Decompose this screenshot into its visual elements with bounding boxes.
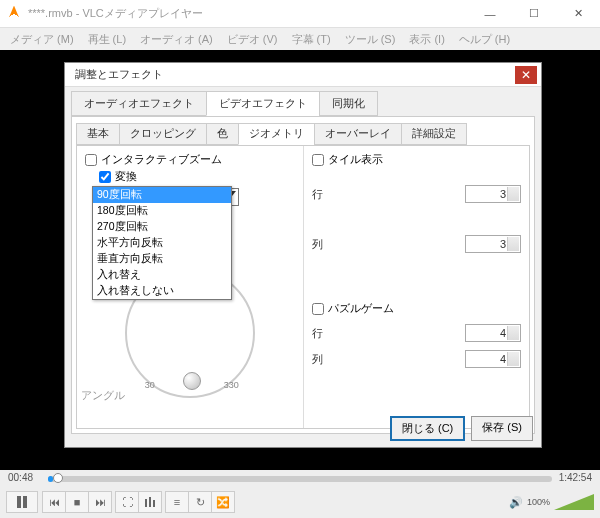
subtab-advanced[interactable]: 詳細設定 [401, 123, 467, 145]
svg-rect-0 [17, 496, 21, 508]
menu-media[interactable]: メディア (M) [4, 30, 80, 49]
dropdown-option-180[interactable]: 180度回転 [93, 203, 231, 219]
prev-button[interactable]: ⏮ [42, 491, 66, 513]
speaker-icon[interactable]: 🔊 [509, 496, 523, 509]
interactive-zoom-label: インタラクティブズーム [101, 152, 222, 167]
dialog-titlebar: 調整とエフェクト ✕ [65, 63, 541, 87]
seek-track[interactable] [48, 476, 552, 482]
dialog-title: 調整とエフェクト [75, 67, 515, 82]
menu-video[interactable]: ビデオ (V) [221, 30, 284, 49]
dialog-save-btn[interactable]: 保存 (S) [471, 416, 533, 441]
seek-bar-row: 00:48 1:42:54 [0, 470, 600, 486]
menu-tools[interactable]: ツール (S) [339, 30, 402, 49]
tab-audio-effects[interactable]: オーディオエフェクト [71, 91, 207, 116]
window-minimize-button[interactable]: — [468, 0, 512, 28]
volume-percent: 100% [527, 497, 550, 507]
dialog-close-btn[interactable]: 閉じる (C) [390, 416, 465, 441]
menu-view[interactable]: 表示 (I) [403, 30, 450, 49]
puzzle-cols-spinner[interactable]: 4 [465, 350, 521, 368]
subtab-basic[interactable]: 基本 [76, 123, 120, 145]
svg-rect-3 [149, 497, 151, 507]
subtab-crop[interactable]: クロッピング [119, 123, 207, 145]
volume-slider[interactable] [554, 494, 594, 510]
next-button[interactable]: ⏭ [88, 491, 112, 513]
menu-subtitle[interactable]: 字幕 (T) [286, 30, 337, 49]
tab-synchronization[interactable]: 同期化 [319, 91, 378, 116]
ext-settings-button[interactable] [138, 491, 162, 513]
dialog-tabs: オーディオエフェクト ビデオエフェクト 同期化 [65, 87, 541, 116]
window-close-button[interactable]: ✕ [556, 0, 600, 28]
dropdown-option-270[interactable]: 270度回転 [93, 219, 231, 235]
seek-thumb[interactable] [53, 473, 63, 483]
menu-playback[interactable]: 再生 (L) [82, 30, 133, 49]
puzzle-rows-label: 行 [312, 326, 340, 341]
interactive-zoom-checkbox[interactable]: インタラクティブズーム [85, 152, 295, 167]
control-button-row: ⏮ ■ ⏭ ⛶ ≡ ↻ 🔀 🔊 100% [0, 486, 600, 518]
equalizer-icon [144, 497, 156, 507]
dial-knob[interactable] [183, 372, 201, 390]
tile-rows-spinner[interactable]: 3 [465, 185, 521, 203]
time-elapsed: 00:48 [8, 472, 33, 483]
svg-rect-4 [153, 500, 155, 507]
transform-label: 変換 [115, 169, 137, 184]
shuffle-button[interactable]: 🔀 [211, 491, 235, 513]
transform-input[interactable] [99, 171, 111, 183]
main-menu-bar: メディア (M) 再生 (L) オーディオ (A) ビデオ (V) 字幕 (T)… [0, 28, 600, 50]
player-controls: 00:48 1:42:54 ⏮ ■ ⏭ ⛶ ≡ ↻ 🔀 🔊 100% [0, 470, 600, 518]
puzzle-checkbox[interactable]: パズルゲーム [312, 301, 522, 316]
puzzle-cols-label: 列 [312, 352, 340, 367]
svg-rect-2 [145, 499, 147, 507]
subtab-overlay[interactable]: オーバーレイ [314, 123, 402, 145]
angle-label: アングル [81, 389, 125, 403]
dialog-button-row: 閉じる (C) 保存 (S) [390, 416, 533, 441]
transform-checkbox[interactable]: 変換 [99, 169, 295, 184]
tile-cols-spinner[interactable]: 3 [465, 235, 521, 253]
dropdown-option-90[interactable]: 90度回転 [93, 187, 231, 203]
playlist-button[interactable]: ≡ [165, 491, 189, 513]
subtab-color[interactable]: 色 [206, 123, 239, 145]
transform-dropdown-list: 90度回転 180度回転 270度回転 水平方向反転 垂直方向反転 入れ替え 入… [92, 186, 232, 300]
dropdown-option-noswap[interactable]: 入れ替えしない [93, 283, 231, 299]
puzzle-rows-spinner[interactable]: 4 [465, 324, 521, 342]
dropdown-option-swap[interactable]: 入れ替え [93, 267, 231, 283]
pause-button[interactable] [6, 491, 38, 513]
interactive-zoom-input[interactable] [85, 154, 97, 166]
puzzle-label: パズルゲーム [328, 301, 394, 316]
tab-video-effects[interactable]: ビデオエフェクト [206, 91, 320, 116]
stop-button[interactable]: ■ [65, 491, 89, 513]
subtab-geometry[interactable]: ジオメトリ [238, 123, 315, 145]
pause-icon [16, 496, 28, 508]
geometry-right-column: タイル表示 行 3 列 3 パズルゲーム 行 [303, 146, 530, 428]
menu-audio[interactable]: オーディオ (A) [134, 30, 219, 49]
fullscreen-button[interactable]: ⛶ [115, 491, 139, 513]
window-maximize-button[interactable]: ☐ [512, 0, 556, 28]
dropdown-option-hflip[interactable]: 水平方向反転 [93, 235, 231, 251]
dialog-close-button[interactable]: ✕ [515, 66, 537, 84]
window-titlebar: ****.rmvb - VLCメディアプレイヤー — ☐ ✕ [0, 0, 600, 28]
tile-cols-row: 列 3 [312, 235, 522, 253]
window-title: ****.rmvb - VLCメディアプレイヤー [28, 6, 468, 21]
tile-rows-row: 行 3 [312, 185, 522, 203]
time-total: 1:42:54 [559, 472, 592, 483]
tile-input[interactable] [312, 154, 324, 166]
menu-help[interactable]: ヘルプ (H) [453, 30, 516, 49]
dial-tick-30: 30 [145, 380, 155, 390]
vlc-cone-icon [6, 6, 22, 22]
volume-control: 🔊 100% [509, 494, 594, 510]
dial-tick-330: 330 [224, 380, 239, 390]
puzzle-cols-row: 列 4 [312, 350, 522, 368]
tile-cols-label: 列 [312, 237, 340, 252]
puzzle-input[interactable] [312, 303, 324, 315]
puzzle-rows-row: 行 4 [312, 324, 522, 342]
video-subtabs: 基本 クロッピング 色 ジオメトリ オーバーレイ 詳細設定 [76, 123, 530, 145]
dropdown-option-vflip[interactable]: 垂直方向反転 [93, 251, 231, 267]
loop-button[interactable]: ↻ [188, 491, 212, 513]
svg-rect-1 [23, 496, 27, 508]
tile-checkbox[interactable]: タイル表示 [312, 152, 522, 167]
tile-rows-label: 行 [312, 187, 340, 202]
tile-label: タイル表示 [328, 152, 383, 167]
